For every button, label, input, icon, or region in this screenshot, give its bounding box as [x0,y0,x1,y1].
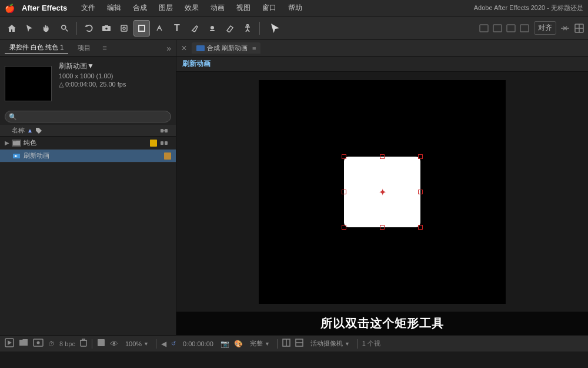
menu-animate[interactable]: 动画 [206,2,229,14]
window-title: Adobe After Effects 2020 - 无标题还是 [474,4,583,12]
comp-duration: △ 0:00:04:00, 25.00 fps [59,81,126,88]
render-quality-dropdown[interactable]: 完整 ▼ [248,339,272,349]
menu-window[interactable]: 窗口 [258,2,281,14]
text-tool-btn[interactable]: T [169,20,185,37]
asset-name-solids: 纯色 [24,138,150,147]
stamp-tool-btn[interactable] [204,20,220,37]
comp-tab-bar: ✕ 合成 刷新动画 ≡ [176,40,588,57]
render-dropdown-arrow: ▼ [265,341,270,347]
stretch-icon[interactable] [560,23,570,34]
shape-container[interactable]: ✦ [344,157,420,227]
view-options-icon-2[interactable] [295,339,303,349]
svg-point-0 [62,25,66,29]
status-clock-icon[interactable]: ⏱ [48,340,55,347]
project-tab[interactable]: 项目 [73,42,95,54]
handle-tr[interactable] [418,154,423,159]
camera-dropdown[interactable]: 活动摄像机 ▼ [308,339,352,349]
transform-tool-btn[interactable] [116,20,132,37]
preview-play-icon[interactable]: ◀ [161,340,166,348]
svg-rect-6 [139,25,145,31]
apple-logo-icon: 🍎 [5,4,15,13]
close-comp-icon[interactable]: ✕ [181,44,187,52]
asset-row-solids[interactable]: ▶ 纯色 [0,137,176,150]
bpc-label: 8 bpc [59,340,75,347]
puppet-tool-btn[interactable] [239,20,256,37]
handle-br[interactable] [418,225,423,230]
status-sep-4 [357,339,358,349]
camera-value: 活动摄像机 [310,339,343,348]
col-name-header[interactable]: 名称 ▲ [12,126,157,135]
menu-compose[interactable]: 合成 [128,2,152,14]
timecode-display[interactable]: 0:00:00:00 [181,340,216,348]
handle-tl[interactable] [342,154,346,159]
panel-expand-icon[interactable]: » [166,44,171,53]
status-folder-icon[interactable] [19,339,28,349]
comp-tab-icon [196,45,205,51]
panel-tab-bar: 果控件 白色 纯色 1 项目 ≡ » [0,40,176,57]
preview-forward-icon[interactable]: ↺ [171,340,176,347]
asset-row-comp[interactable]: 刷新动画 [0,150,176,163]
render-quality-value: 完整 [250,339,263,348]
zoom-dropdown-arrow: ▼ [143,341,149,347]
asset-color-comp [164,152,171,160]
handle-tc[interactable] [380,154,385,159]
grid-icon[interactable] [574,23,584,34]
panel-menu-icon[interactable]: ≡ [102,44,107,52]
search-input[interactable] [5,111,171,122]
handle-bl[interactable] [342,225,346,230]
zoom-dropdown[interactable]: 100% ▼ [123,340,151,348]
handle-ml[interactable] [342,190,346,194]
align-button[interactable]: 对齐 [534,21,556,35]
svg-point-9 [247,24,249,26]
menu-file[interactable]: 文件 [76,2,100,14]
preview-camera-icon[interactable]: 📷 [220,340,229,348]
menu-help[interactable]: 帮助 [283,2,307,14]
preview-display-icon[interactable]: 👁 [110,339,118,349]
comp-tab-menu[interactable]: ≡ [252,45,256,52]
menu-effect[interactable]: 效果 [180,2,203,14]
project-info: 刷新动画▼ 1000 x 1000 (1.00) △ 0:00:04:00, 2… [0,57,176,108]
project-meta: 刷新动画▼ 1000 x 1000 (1.00) △ 0:00:04:00, 2… [56,61,126,106]
menu-layer[interactable]: 图层 [154,2,178,14]
cursor-indicator [263,20,287,37]
search-icon: 🔍 [9,113,17,121]
expand-icon[interactable]: ▶ [5,140,12,146]
folder-icon [12,140,21,147]
eraser-tool-btn[interactable] [222,20,238,37]
comp-tab[interactable]: 合成 刷新动画 ≡ [192,42,260,54]
svg-rect-8 [210,30,215,31]
white-shape: ✦ [344,157,420,227]
comp-viewer[interactable]: ✦ [176,72,588,311]
preview-color-icon[interactable]: 🎨 [234,340,243,348]
effects-controls-tab[interactable]: 果控件 白色 纯色 1 [5,42,68,54]
view-options-icon-1[interactable] [282,339,290,349]
status-trash-icon[interactable] [80,339,87,349]
camera-dropdown-arrow: ▼ [345,341,350,347]
app-name: After Effects [22,4,67,12]
rotate-tool-btn[interactable] [81,20,97,37]
toolbar: T 对齐 [0,16,588,40]
svg-rect-34 [81,340,86,346]
svg-point-23 [36,128,38,130]
menu-view[interactable]: 视图 [232,2,255,14]
pen-tool-btn[interactable] [151,20,168,37]
home-tool-btn[interactable] [4,20,20,37]
comp-resolution: 1000 x 1000 (1.00) [59,72,126,79]
preview-settings-icon[interactable] [97,339,105,349]
project-panel: 刷新动画▼ 1000 x 1000 (1.00) △ 0:00:04:00, 2… [0,57,176,335]
svg-rect-14 [480,25,488,32]
handle-bc[interactable] [380,225,385,230]
hand-tool-btn[interactable] [39,20,55,37]
menu-edit[interactable]: 编辑 [102,2,126,14]
camera-tool-btn[interactable] [98,20,115,37]
zoom-tool-btn[interactable] [56,20,73,37]
toolbar-separator-2 [259,22,260,35]
status-comp-icon[interactable] [33,339,44,349]
rect-tool-btn[interactable] [133,20,150,37]
brush-tool-btn[interactable] [186,20,203,37]
main-area: 果控件 白色 纯色 1 项目 ≡ » 刷新动画▼ 1000 x 1000 (1.… [0,40,588,335]
timecode-value: 0:00:00:00 [183,340,213,347]
selection-tool-btn[interactable] [21,20,38,37]
status-render-icon[interactable] [5,338,14,349]
handle-mr[interactable] [418,190,423,194]
